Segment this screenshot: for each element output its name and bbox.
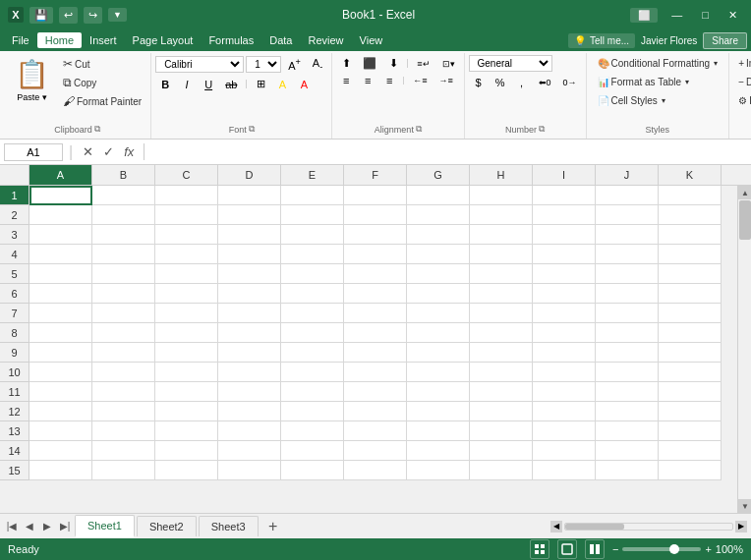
cell-K13[interactable] [659,421,722,441]
cell-I6[interactable] [533,284,596,304]
cell-B1[interactable] [92,186,155,205]
merge-button[interactable]: ⊡▾ [437,57,460,71]
cell-E6[interactable] [281,284,344,304]
cell-J1[interactable] [596,186,659,205]
cell-J11[interactable] [596,382,659,402]
cell-A1[interactable] [29,186,92,205]
font-expand-icon[interactable]: ⧉ [249,124,255,135]
cell-C12[interactable] [155,402,218,421]
cell-F12[interactable] [344,402,407,421]
corner-cell[interactable] [0,165,29,185]
menu-data[interactable]: Data [261,32,300,48]
cell-J12[interactable] [596,402,659,421]
tab-last-button[interactable]: ▶| [57,519,73,534]
cell-J10[interactable] [596,363,659,382]
cell-styles-button[interactable]: 📄 Cell Styles ▾ [591,92,725,109]
cell-D9[interactable] [218,343,281,363]
cell-H15[interactable] [470,461,533,480]
cell-C5[interactable] [155,264,218,284]
row-header-7[interactable]: 7 [0,304,29,323]
cell-C4[interactable] [155,245,218,264]
accounting-button[interactable]: $ [469,75,489,90]
cell-G13[interactable] [407,421,470,441]
cell-H10[interactable] [470,363,533,382]
cell-E5[interactable] [281,264,344,284]
cell-B12[interactable] [92,402,155,421]
format-cells-button[interactable]: ⚙ Format ▾ [733,92,751,109]
cell-E7[interactable] [281,304,344,323]
italic-button[interactable]: I [177,77,197,92]
underline-button[interactable]: U [199,77,218,92]
cell-I13[interactable] [533,421,596,441]
align-center-button[interactable]: ≡ [358,73,377,88]
align-left-button[interactable]: ≡ [336,73,356,88]
decrease-indent-button[interactable]: ←≡ [408,74,432,87]
cell-H1[interactable] [470,186,533,205]
menu-file[interactable]: File [4,32,37,48]
cell-I4[interactable] [533,245,596,264]
cell-B14[interactable] [92,441,155,461]
page-layout-view-button[interactable] [557,539,577,559]
cell-J9[interactable] [596,343,659,363]
row-header-5[interactable]: 5 [0,264,29,284]
cell-G8[interactable] [407,323,470,343]
align-top-button[interactable]: ⬆ [336,55,356,72]
cell-E15[interactable] [281,461,344,480]
cell-E14[interactable] [281,441,344,461]
cell-F14[interactable] [344,441,407,461]
cell-J5[interactable] [596,264,659,284]
cell-G10[interactable] [407,363,470,382]
cell-A11[interactable] [29,382,92,402]
row-header-3[interactable]: 3 [0,225,29,245]
zoom-slider[interactable] [622,547,701,551]
col-header-G[interactable]: G [407,165,470,185]
cell-C2[interactable] [155,205,218,225]
cell-A6[interactable] [29,284,92,304]
cell-B6[interactable] [92,284,155,304]
row-header-1[interactable]: 1 [0,186,29,205]
cell-G15[interactable] [407,461,470,480]
h-scroll-thumb[interactable] [565,524,624,530]
cell-K12[interactable] [659,402,722,421]
cell-J2[interactable] [596,205,659,225]
maximize-button[interactable]: □ [696,7,715,23]
cell-D1[interactable] [218,186,281,205]
cell-E9[interactable] [281,343,344,363]
cell-A9[interactable] [29,343,92,363]
number-expand-icon[interactable]: ⧉ [539,124,545,135]
increase-font-button[interactable]: A+ [283,55,306,74]
font-size-select[interactable]: 11 [246,56,281,73]
cell-K14[interactable] [659,441,722,461]
cell-K2[interactable] [659,205,722,225]
cell-A2[interactable] [29,205,92,225]
quick-access-undo[interactable]: ↩ [59,7,78,24]
cell-F5[interactable] [344,264,407,284]
cell-C9[interactable] [155,343,218,363]
cell-C6[interactable] [155,284,218,304]
cell-A3[interactable] [29,225,92,245]
cell-C15[interactable] [155,461,218,480]
cell-H7[interactable] [470,304,533,323]
cell-B8[interactable] [92,323,155,343]
cell-B7[interactable] [92,304,155,323]
strikethrough-button[interactable]: ab [220,77,242,92]
col-header-D[interactable]: D [218,165,281,185]
cell-F2[interactable] [344,205,407,225]
cell-K7[interactable] [659,304,722,323]
cell-F15[interactable] [344,461,407,480]
insert-cells-button[interactable]: + Insert ▾ [733,55,751,72]
cell-F7[interactable] [344,304,407,323]
wrap-text-button[interactable]: ≡↵ [412,57,434,71]
page-break-view-button[interactable] [585,539,605,559]
copy-button[interactable]: ⧉Copy [58,74,146,91]
cell-E12[interactable] [281,402,344,421]
decrease-font-button[interactable]: A- [308,55,327,74]
row-header-14[interactable]: 14 [0,441,29,461]
cell-G5[interactable] [407,264,470,284]
cell-F3[interactable] [344,225,407,245]
cell-G3[interactable] [407,225,470,245]
menu-review[interactable]: Review [300,32,351,48]
cell-reference-box[interactable]: A1 [4,143,63,161]
quick-access-save[interactable]: 💾 [29,7,53,24]
tab-next-button[interactable]: ▶ [39,519,55,534]
